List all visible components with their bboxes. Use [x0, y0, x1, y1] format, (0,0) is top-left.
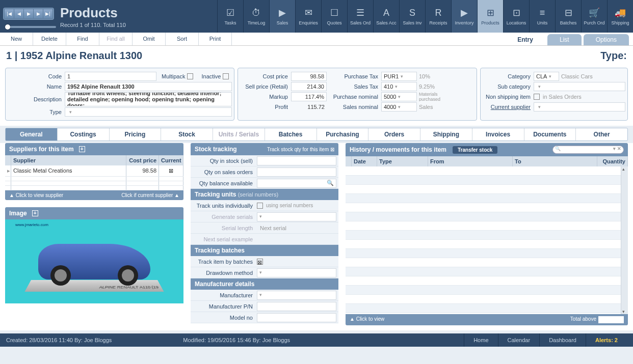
- type-field[interactable]: [65, 107, 232, 117]
- tab-purchasing[interactable]: Purchasing: [317, 128, 369, 141]
- module-receipts[interactable]: RReceipts: [425, 0, 451, 33]
- history-row[interactable]: [346, 176, 628, 185]
- track-batch-checkbox[interactable]: ⊠: [257, 259, 263, 265]
- current-supplier-field[interactable]: [534, 102, 625, 111]
- module-timelog[interactable]: ⏱TimeLog: [243, 0, 269, 33]
- module-sales-acc[interactable]: ASales Acc: [373, 0, 399, 33]
- markup-field[interactable]: 117.4%: [291, 92, 327, 101]
- inactive-checkbox[interactable]: [223, 73, 229, 79]
- history-row[interactable]: [346, 304, 628, 313]
- module-inventory[interactable]: ▶Inventory: [451, 0, 477, 33]
- current-supplier-link[interactable]: Current supplier: [483, 104, 534, 110]
- calendar-button[interactable]: Calendar: [498, 333, 540, 347]
- tab-costings[interactable]: Costings: [58, 128, 110, 141]
- suppliers-foot-left[interactable]: ▲ Click to view supplier: [9, 192, 63, 198]
- history-row[interactable]: [346, 295, 628, 304]
- nav-next2[interactable]: ▶: [33, 9, 43, 19]
- add-supplier-icon[interactable]: +: [79, 146, 85, 152]
- transfer-stock-button[interactable]: Transfer stock: [453, 146, 497, 154]
- code-field[interactable]: 1: [65, 72, 156, 81]
- supplier-row[interactable]: [5, 181, 183, 186]
- history-row[interactable]: [346, 231, 628, 240]
- alerts-button[interactable]: Alerts: 2: [586, 333, 627, 347]
- tab-units-serials[interactable]: Units / Serials: [213, 128, 265, 141]
- module-tasks[interactable]: ☑Tasks: [217, 0, 243, 33]
- multipack-checkbox[interactable]: [187, 73, 193, 79]
- stock-hint[interactable]: Track stock qty for this item ⊠: [267, 147, 334, 152]
- action-omit[interactable]: Omit: [133, 33, 166, 45]
- history-row[interactable]: [346, 276, 628, 286]
- add-image-icon[interactable]: +: [32, 210, 38, 216]
- desc-field[interactable]: Turnable front wheels; steering function…: [65, 92, 232, 106]
- action-find-all[interactable]: Find all: [99, 33, 133, 45]
- gen-serials-field[interactable]: [257, 212, 336, 221]
- drawdown-field[interactable]: [257, 268, 336, 277]
- supplier-row[interactable]: [5, 177, 183, 181]
- model-field[interactable]: [257, 313, 336, 322]
- record-slider[interactable]: [5, 26, 56, 28]
- history-row[interactable]: [346, 286, 628, 295]
- suppliers-foot-right[interactable]: Click if current supplier ▲: [121, 192, 179, 198]
- category-field[interactable]: CLA: [534, 72, 559, 81]
- history-row[interactable]: [346, 240, 628, 249]
- history-row[interactable]: [346, 267, 628, 276]
- home-button[interactable]: Home: [464, 333, 497, 347]
- module-purch-ord[interactable]: 🛒Purch Ord: [581, 0, 607, 33]
- action-new[interactable]: New: [0, 33, 33, 45]
- tab-invoices[interactable]: Invoices: [472, 128, 524, 141]
- history-row[interactable]: [346, 221, 628, 231]
- module-sales-ord[interactable]: ☰Sales Ord: [347, 0, 373, 33]
- name-field[interactable]: 1952 Alpine Renault 1300: [65, 82, 232, 91]
- tab-documents[interactable]: Documents: [524, 128, 576, 141]
- history-row[interactable]: [346, 185, 628, 194]
- history-row[interactable]: [346, 249, 628, 258]
- history-row[interactable]: [346, 258, 628, 267]
- qty-orders-field[interactable]: [257, 167, 336, 177]
- history-row[interactable]: [346, 194, 628, 203]
- tab-pricing[interactable]: Pricing: [110, 128, 162, 141]
- tab-entry[interactable]: Entry: [505, 34, 545, 45]
- module-shipping[interactable]: 🚚Shipping: [607, 0, 633, 33]
- history-row[interactable]: [346, 212, 628, 221]
- nav-last[interactable]: ▶|: [43, 9, 53, 19]
- nav-prev[interactable]: ◀: [14, 9, 24, 19]
- manuf-pn-field[interactable]: [257, 302, 336, 311]
- qty-stock-field[interactable]: [257, 156, 336, 165]
- tab-stock[interactable]: Stock: [161, 128, 213, 141]
- product-image[interactable]: www.jmarieto.com ALPINE RENAULT A110 (19: [5, 219, 183, 303]
- history-foot-left[interactable]: ▲ Click to view: [350, 316, 384, 323]
- tab-list[interactable]: List: [547, 34, 582, 45]
- action-print[interactable]: Print: [199, 33, 232, 45]
- track-ind-checkbox[interactable]: [257, 203, 263, 209]
- tab-orders[interactable]: Orders: [368, 128, 420, 141]
- sell-field[interactable]: 214.30: [291, 82, 327, 91]
- snom-field[interactable]: 4000: [381, 102, 417, 111]
- supplier-row[interactable]: [5, 186, 183, 190]
- tab-other[interactable]: Other: [576, 128, 627, 141]
- nav-next[interactable]: ▶: [23, 9, 34, 19]
- tab-general[interactable]: General: [6, 128, 58, 141]
- nonship-checkbox[interactable]: [534, 94, 540, 100]
- module-enquiries[interactable]: ✉Enquiries: [295, 0, 321, 33]
- ptax-field[interactable]: PUR1: [381, 72, 417, 81]
- supplier-row[interactable]: ▸ Classic Metal Creations 98.58 ⊠: [5, 165, 183, 177]
- manuf-field[interactable]: [257, 291, 336, 300]
- qty-balance-field[interactable]: 🔍: [257, 179, 336, 188]
- module-units[interactable]: ≡Units: [529, 0, 555, 33]
- module-sales[interactable]: ▶Sales: [269, 0, 295, 33]
- module-batches[interactable]: ⊟Batches: [555, 0, 581, 33]
- dashboard-button[interactable]: Dashboard: [539, 333, 586, 347]
- scrollbar[interactable]: [621, 166, 628, 314]
- cost-field[interactable]: 98.58: [291, 72, 327, 81]
- action-sort[interactable]: Sort: [166, 33, 199, 45]
- subcategory-field[interactable]: [534, 82, 625, 91]
- module-products[interactable]: ⊞Products: [477, 0, 503, 33]
- nav-first[interactable]: |◀: [4, 9, 14, 19]
- tab-batches[interactable]: Batches: [265, 128, 317, 141]
- stax-field[interactable]: 410: [381, 82, 417, 91]
- module-quotes[interactable]: ☐Quotes: [321, 0, 347, 33]
- history-row[interactable]: [346, 166, 628, 176]
- tab-options[interactable]: Options: [584, 34, 629, 45]
- action-find[interactable]: Find: [66, 33, 99, 45]
- search-icon[interactable]: 🔍: [327, 180, 334, 186]
